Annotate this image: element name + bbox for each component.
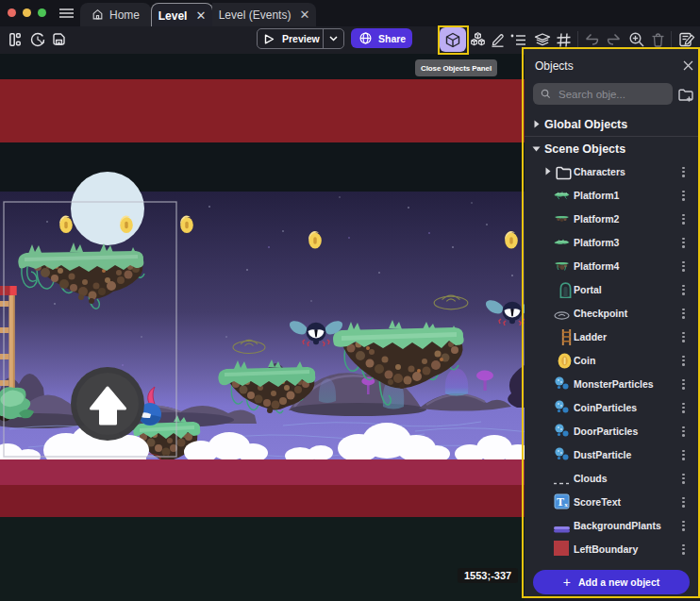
svg-text:x: x: [564, 501, 568, 509]
svg-text:T: T: [557, 495, 564, 509]
